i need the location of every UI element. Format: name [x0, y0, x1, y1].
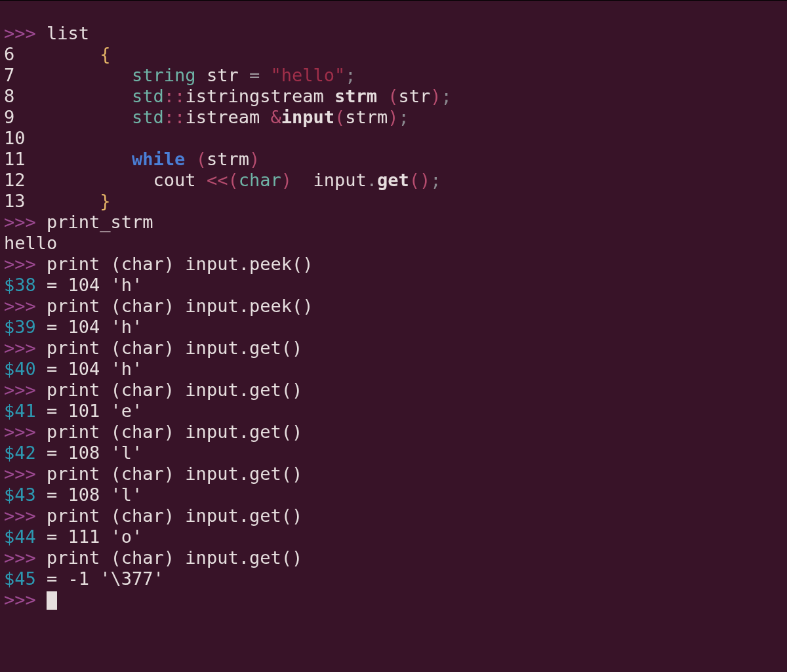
expr-id: $44	[4, 526, 36, 547]
open-brace: {	[100, 44, 110, 64]
line-number: 6	[4, 44, 14, 64]
semicolon: ;	[399, 107, 409, 127]
result-4: $42 = 108 'l'	[4, 443, 142, 463]
method: get	[377, 170, 409, 190]
code-line-6: 6 {	[4, 44, 111, 64]
var-name: strm	[334, 86, 377, 106]
cout: cout	[153, 170, 196, 190]
output-hello: hello	[4, 233, 57, 253]
terminal[interactable]: >>> list 6 { 7 string str = "hello"; 8 s…	[0, 0, 787, 612]
line-call-2: >>> print (char) input.get()	[4, 338, 302, 358]
semicolon: ;	[345, 65, 355, 85]
insert-op: <<	[207, 170, 228, 190]
prompt: >>>	[4, 422, 36, 442]
cursor-icon	[47, 591, 57, 610]
prompt: >>>	[4, 23, 36, 43]
line-number: 8	[4, 86, 14, 106]
prompt: >>>	[4, 380, 36, 400]
lparen: (	[334, 107, 345, 127]
result-6: $44 = 111 'o'	[4, 526, 142, 547]
rparen: )	[388, 107, 398, 127]
cmd-text: print (char) input.peek()	[47, 296, 313, 316]
cmd-text: print (char) input.get()	[47, 505, 302, 526]
expr-id: $45	[4, 568, 36, 589]
lparen: (	[228, 170, 238, 190]
semicolon: ;	[441, 86, 452, 106]
obj: input	[313, 170, 366, 190]
code-line-7: 7 string str = "hello";	[4, 65, 356, 85]
line-call-3: >>> print (char) input.get()	[4, 380, 302, 400]
prompt-line-empty[interactable]: >>>	[4, 589, 57, 610]
amp-op: &	[270, 107, 281, 127]
cmd-text: print (char) input.get()	[47, 380, 302, 400]
identifier: str	[207, 65, 239, 85]
prompt: >>>	[4, 464, 36, 484]
var-name: input	[281, 107, 334, 127]
line-number: 11	[4, 149, 26, 169]
prompt: >>>	[4, 254, 36, 274]
rparen: )	[249, 149, 260, 169]
cmd-text: print (char) input.peek()	[47, 254, 313, 274]
expr-id: $39	[4, 317, 36, 337]
line-number: 12	[4, 170, 26, 190]
semicolon: ;	[430, 170, 441, 190]
cmd-text: list	[47, 23, 89, 43]
result-2: $40 = 104 'h'	[4, 359, 142, 379]
expr-value: = 101 'e'	[36, 401, 143, 421]
expr-id: $41	[4, 401, 36, 421]
close-brace: }	[100, 191, 110, 211]
line-number: 10	[4, 128, 26, 148]
expr-id: $43	[4, 484, 36, 505]
result-5: $43 = 108 'l'	[4, 484, 142, 505]
line-call-0: >>> print (char) input.peek()	[4, 254, 313, 274]
rparen: )	[430, 86, 441, 106]
lparen: (	[409, 170, 420, 190]
prompt: >>>	[4, 296, 36, 316]
cmd-text: print_strm	[47, 212, 153, 232]
equals: =	[249, 65, 260, 85]
result-0: $38 = 104 'h'	[4, 275, 142, 295]
line-call-4: >>> print (char) input.get()	[4, 422, 302, 442]
lparen: (	[196, 149, 207, 169]
expr-id: $40	[4, 359, 36, 379]
lparen: (	[388, 86, 398, 106]
expr-value: = 104 'h'	[36, 317, 143, 337]
line-call-6: >>> print (char) input.get()	[4, 505, 302, 526]
type-keyword: string	[132, 65, 196, 85]
expr-value: = -1 '\377'	[36, 568, 164, 589]
namespace: std	[132, 86, 164, 106]
prompt: >>>	[4, 547, 36, 568]
rparen: )	[420, 170, 430, 190]
cast-type: char	[239, 170, 281, 190]
cmd-text: print (char) input.get()	[47, 422, 302, 442]
code-line-12: 12 cout <<(char) input.get();	[4, 170, 441, 190]
code-line-11: 11 while (strm)	[4, 149, 260, 169]
expr-id: $38	[4, 275, 36, 295]
result-7: $45 = -1 '\377'	[4, 568, 164, 589]
line-call-7: >>> print (char) input.get()	[4, 547, 302, 568]
line-prompt-printstrm: >>> print_strm	[4, 212, 153, 232]
line-number: 7	[4, 65, 14, 85]
prompt: >>>	[4, 338, 36, 358]
code-line-8: 8 std::istringstream strm (str);	[4, 86, 452, 106]
line-call-5: >>> print (char) input.get()	[4, 464, 302, 484]
expr-value: = 108 'l'	[36, 443, 143, 463]
code-line-13: 13 }	[4, 191, 111, 211]
code-line-9: 9 std::istream &input(strm);	[4, 107, 409, 127]
arg: strm	[345, 107, 388, 127]
rparen: )	[281, 170, 292, 190]
expr-value: = 104 'h'	[36, 275, 143, 295]
cmd-text: print (char) input.get()	[47, 464, 302, 484]
expr-value: = 108 'l'	[36, 484, 143, 505]
line-number: 13	[4, 191, 26, 211]
arg: str	[399, 86, 431, 106]
scope-op: ::	[164, 86, 186, 106]
condition: strm	[207, 149, 249, 169]
prompt: >>>	[4, 212, 36, 232]
line-number: 9	[4, 107, 14, 127]
keyword-while: while	[132, 149, 185, 169]
cmd-text: print (char) input.get()	[47, 338, 302, 358]
line-prompt-list: >>> list	[4, 23, 89, 43]
dot: .	[367, 170, 377, 190]
expr-value: = 111 'o'	[36, 526, 143, 547]
